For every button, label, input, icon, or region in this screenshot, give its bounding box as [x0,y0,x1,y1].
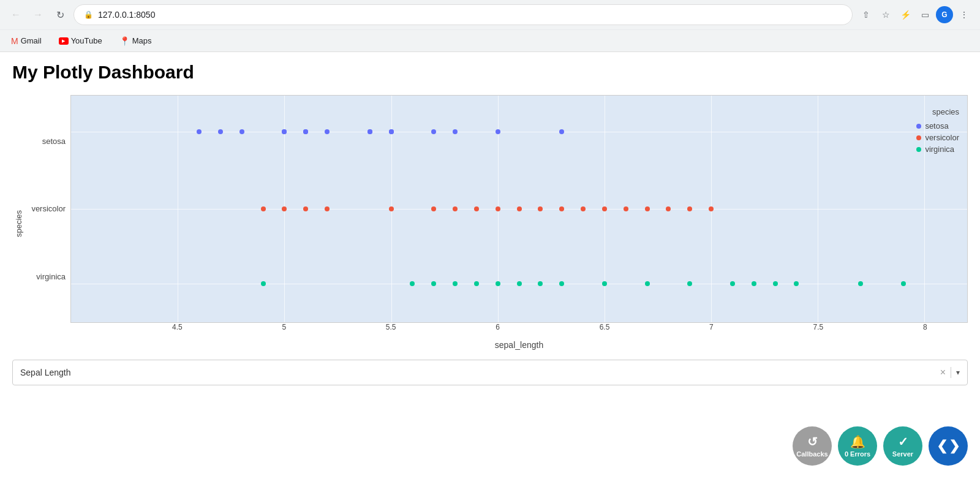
bookmark-maps[interactable]: 📍 Maps [116,34,156,48]
dropdown-clear-button[interactable]: × [940,367,946,378]
y-tick-labels: setosa versicolor virginica [24,95,70,323]
legend-dot-setosa [916,124,921,129]
split-view-button[interactable]: ▭ [916,6,933,23]
server-icon: ✓ [898,434,908,449]
floating-buttons: ↺ Callbacks 🔔 0 Errors ✓ Server ❮ ❯ [793,426,968,466]
legend-item-virginica: virginica [916,145,959,154]
callbacks-button[interactable]: ↺ Callbacks [793,426,832,466]
y-tick-versicolor: versicolor [24,204,70,213]
menu-button[interactable]: ⋮ [956,6,973,23]
chart-inner: species setosa versicolor virginica spec… [12,95,968,352]
x-tick-7: 7 [709,323,714,331]
dropdown-actions: × ▾ [940,367,960,378]
x-tick-5: 5 [282,323,286,331]
dropdown-value: Sepal Length [20,368,940,377]
chart-legend: species setosa versicolor virginica [908,101,968,162]
legend-dot-virginica [916,147,921,152]
bookmark-gmail[interactable]: M Gmail [7,34,45,48]
legend-dot-versicolor [916,135,921,140]
legend-label-virginica: virginica [925,145,954,154]
dropdown-container[interactable]: Sepal Length × ▾ [12,360,968,385]
bookmark-maps-label: Maps [132,36,152,45]
x-tick-6.5: 6.5 [600,323,610,331]
x-tick-8: 8 [923,323,927,331]
nav-button[interactable]: ❮ ❯ [929,426,968,466]
browser-chrome: ← → ↻ 🔒 127.0.0.1:8050 ⇧ ☆ ⚡ ▭ G ⋮ M Gma… [0,0,980,52]
legend-label-setosa: setosa [925,121,948,130]
dropdown-arrow-icon[interactable]: ▾ [956,368,960,377]
page-content: My Plotly Dashboard species setosa versi… [0,52,980,484]
x-tick-5.5: 5.5 [386,323,396,331]
bookmark-youtube-label: YouTube [71,36,102,45]
lock-icon: 🔒 [84,10,93,19]
callbacks-icon: ↺ [807,434,818,449]
back-button[interactable]: ← [7,6,24,23]
plot-canvas[interactable] [70,95,968,323]
y-tick-setosa: setosa [24,137,70,146]
x-axis-label: sepal_length [70,338,968,352]
chart-plot-area: setosa versicolor virginica species seto… [24,95,968,323]
errors-button[interactable]: 🔔 0 Errors [838,426,877,466]
gmail-icon: M [11,36,18,46]
page-title: My Plotly Dashboard [12,62,968,83]
x-axis-ticks-wrapper: 4.555.566.577.58 [70,323,968,338]
nav-right-icon: ❯ [949,438,960,454]
forward-button[interactable]: → [29,6,47,23]
dropdown-separator [951,367,951,378]
url-text: 127.0.0.1:8050 [98,10,155,20]
errors-icon: 🔔 [850,434,865,449]
errors-label: 0 Errors [845,450,870,458]
legend-item-setosa: setosa [916,121,959,130]
server-label: Server [892,450,913,458]
legend-label-versicolor: versicolor [925,133,959,142]
callbacks-label: Callbacks [796,450,827,458]
browser-toolbar: ← → ↻ 🔒 127.0.0.1:8050 ⇧ ☆ ⚡ ▭ G ⋮ [0,0,980,29]
y-tick-virginica: virginica [24,272,70,281]
bookmarks-bar: M Gmail YouTube 📍 Maps [0,29,980,51]
browser-actions: ⇧ ☆ ⚡ ▭ G ⋮ [858,6,973,23]
bookmark-button[interactable]: ☆ [877,6,894,23]
legend-item-versicolor: versicolor [916,133,959,142]
extensions-button[interactable]: ⚡ [897,6,914,23]
y-axis-label: species [12,95,24,352]
chart-body: setosa versicolor virginica species seto… [24,95,968,352]
share-button[interactable]: ⇧ [858,6,875,23]
bookmark-gmail-label: Gmail [21,36,42,45]
profile-button[interactable]: G [936,6,953,23]
youtube-icon [59,37,69,45]
legend-title: species [916,107,959,116]
chart-container: species setosa versicolor virginica spec… [12,95,968,352]
x-tick-7.5: 7.5 [813,323,823,331]
x-tick-6: 6 [496,323,500,331]
reload-button[interactable]: ↻ [51,6,69,23]
bookmark-youtube[interactable]: YouTube [55,34,106,48]
server-button[interactable]: ✓ Server [883,426,922,466]
nav-left-icon: ❮ [937,438,948,454]
x-tick-4.5: 4.5 [172,323,183,331]
maps-icon: 📍 [119,36,130,46]
address-bar[interactable]: 🔒 127.0.0.1:8050 [74,4,853,25]
